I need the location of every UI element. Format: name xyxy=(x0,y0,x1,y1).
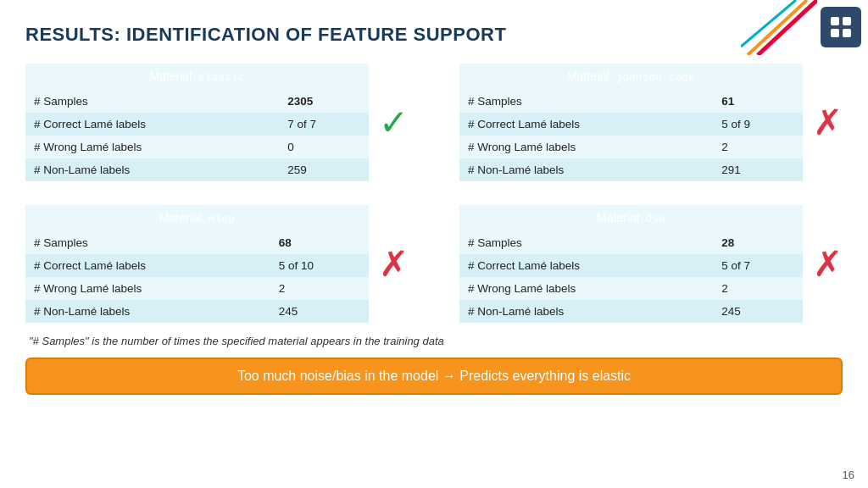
row-value: 2 xyxy=(713,136,803,158)
table-dsa-code: dsa xyxy=(646,213,665,225)
table-row: # Samples 68 xyxy=(25,231,369,254)
table-row: # Non-Lamé labels 259 xyxy=(25,158,369,181)
table-row: # Wrong Lamé labels 2 xyxy=(459,277,803,300)
row-label: # Samples xyxy=(459,90,713,113)
svg-rect-6 xyxy=(843,29,851,37)
table-elastic-header-label: Material: xyxy=(149,69,198,83)
row-label: # Correct Lamé labels xyxy=(25,254,270,277)
tables-grid: Material: elastic # Samples 2305 # Corre… xyxy=(25,64,843,323)
table-row: # Non-Lamé labels 291 xyxy=(459,158,803,181)
table-jc-header: Material: johnson_cook xyxy=(459,64,803,90)
table-mlep-header-label: Material: xyxy=(159,211,209,225)
table-container-mlep: Material: mlep # Samples 68 # Correct La… xyxy=(25,205,409,323)
x-mark-icon: ✗ xyxy=(813,247,843,282)
row-value: 259 xyxy=(279,158,369,181)
row-label: # Non-Lamé labels xyxy=(459,158,713,181)
table-jc-header-label: Material: xyxy=(567,69,616,83)
table-row: # Samples 61 xyxy=(459,90,803,113)
table-mlep-code: mlep xyxy=(209,213,235,225)
logo-box xyxy=(821,7,861,47)
table-dsa-header: Material: dsa xyxy=(459,205,803,231)
row-value: 28 xyxy=(713,231,803,254)
table-row: # Wrong Lamé labels 2 xyxy=(25,277,369,300)
row-label: # Samples xyxy=(25,231,270,254)
row-label: # Wrong Lamé labels xyxy=(459,136,713,158)
svg-line-2 xyxy=(741,0,796,47)
main-content: Material: elastic # Samples 2305 # Corre… xyxy=(25,64,843,463)
svg-rect-3 xyxy=(831,17,839,25)
table-row: # Samples 28 xyxy=(459,231,803,254)
table-elastic-header: Material: elastic xyxy=(25,64,369,90)
check-mark-icon: ✓ xyxy=(379,105,409,141)
x-mark-icon: ✗ xyxy=(379,247,409,282)
table-row: # Wrong Lamé labels 0 xyxy=(25,136,369,158)
row-value: 5 of 9 xyxy=(713,113,803,136)
svg-line-1 xyxy=(748,0,807,55)
row-value: 245 xyxy=(713,300,803,323)
table-row: # Correct Lamé labels 7 of 7 xyxy=(25,113,369,136)
table-row: # Correct Lamé labels 5 of 10 xyxy=(25,254,369,277)
svg-rect-4 xyxy=(843,17,851,25)
row-value: 2 xyxy=(713,277,803,300)
row-label: # Correct Lamé labels xyxy=(459,113,713,136)
row-value: 61 xyxy=(713,90,803,113)
row-value: 245 xyxy=(270,300,369,323)
table-mlep: Material: mlep # Samples 68 # Correct La… xyxy=(25,205,369,323)
table-row: # Correct Lamé labels 5 of 7 xyxy=(459,254,803,277)
footnote: "# Samples" is the number of times the s… xyxy=(25,335,843,347)
row-value: 5 of 10 xyxy=(270,254,369,277)
row-value: 2 xyxy=(270,277,369,300)
svg-rect-5 xyxy=(831,29,839,37)
table-container-dsa: Material: dsa # Samples 28 # Correct Lam… xyxy=(459,205,843,323)
row-label: # Wrong Lamé labels xyxy=(25,277,270,300)
row-label: # Non-Lamé labels xyxy=(459,300,713,323)
table-johnson-cook: Material: johnson_cook # Samples 61 # Co… xyxy=(459,64,803,181)
table-row: # Wrong Lamé labels 2 xyxy=(459,136,803,158)
row-value: 5 of 7 xyxy=(713,254,803,277)
page-title: RESULTS: IDENTIFICATION OF FEATURE SUPPO… xyxy=(25,24,506,46)
table-dsa-header-label: Material: xyxy=(597,211,646,225)
row-label: # Non-Lamé labels xyxy=(25,158,279,181)
row-value: 0 xyxy=(279,136,369,158)
row-value: 2305 xyxy=(279,90,369,113)
table-jc-code: johnson_cook xyxy=(615,71,695,84)
row-label: # Wrong Lamé labels xyxy=(25,136,279,158)
row-label: # Correct Lamé labels xyxy=(25,113,279,136)
table-row: # Non-Lamé labels 245 xyxy=(25,300,369,323)
table-row: # Samples 2305 xyxy=(25,90,369,113)
table-elastic: Material: elastic # Samples 2305 # Corre… xyxy=(25,64,369,181)
page-number: 16 xyxy=(843,469,854,481)
table-row: # Non-Lamé labels 245 xyxy=(459,300,803,323)
bias-banner: Too much noise/bias in the model → Predi… xyxy=(25,358,843,395)
svg-line-0 xyxy=(758,0,817,55)
table-mlep-header: Material: mlep xyxy=(25,205,369,231)
table-container-elastic: Material: elastic # Samples 2305 # Corre… xyxy=(25,64,409,181)
row-value: 68 xyxy=(270,231,369,254)
row-label: # Samples xyxy=(459,231,713,254)
logo-icon xyxy=(827,14,854,41)
table-dsa: Material: dsa # Samples 28 # Correct Lam… xyxy=(459,205,803,323)
row-label: # Samples xyxy=(25,90,279,113)
row-label: # Correct Lamé labels xyxy=(459,254,713,277)
row-label: # Wrong Lamé labels xyxy=(459,277,713,300)
table-row: # Correct Lamé labels 5 of 9 xyxy=(459,113,803,136)
corner-decoration xyxy=(741,0,817,55)
x-mark-icon: ✗ xyxy=(813,105,843,141)
table-elastic-code: elastic xyxy=(198,71,245,84)
row-value: 7 of 7 xyxy=(279,113,369,136)
row-value: 291 xyxy=(713,158,803,181)
table-container-johnson-cook: Material: johnson_cook # Samples 61 # Co… xyxy=(459,64,843,181)
row-label: # Non-Lamé labels xyxy=(25,300,270,323)
